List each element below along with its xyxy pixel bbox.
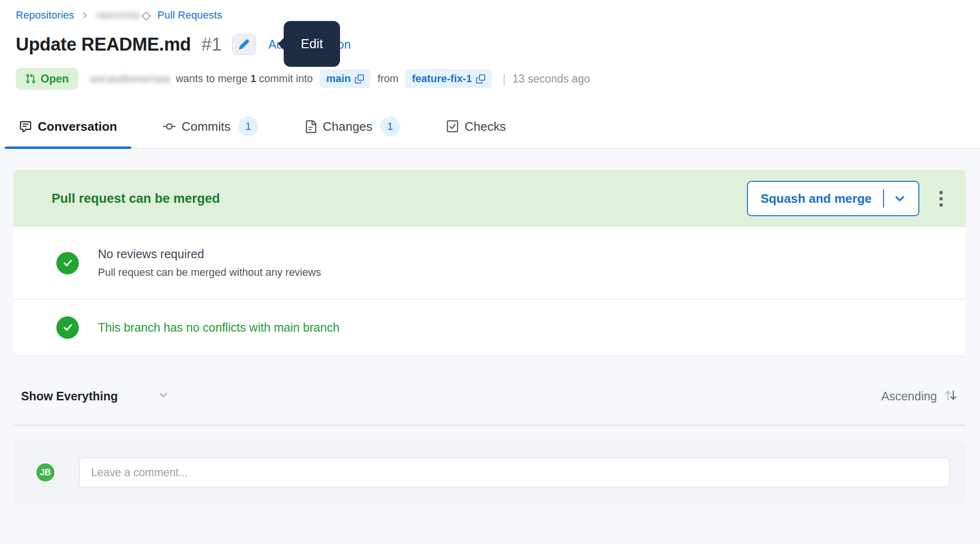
tab-conversation[interactable]: Conversation [5,108,131,148]
pr-conversation-body: Pull request can be merged Squash and me… [0,149,980,544]
check-title: This branch has no conflicts with main b… [98,321,340,335]
meta-divider: | [502,72,506,86]
edit-title-button[interactable] [232,34,256,55]
breadcrumb: Repositories raorcnnio ◇ Pull Requests [0,8,980,23]
check-success-icon [56,316,79,339]
git-commit-icon [163,120,176,133]
git-pull-request-icon [25,73,36,84]
base-branch-label[interactable]: main [320,69,371,88]
pr-tabbar: Conversation Commits 1 Changes 1 [0,108,980,149]
pr-title-row: Update README.md #1 Add description Edit [0,31,980,58]
button-separator [883,189,884,208]
file-icon [304,120,317,133]
merge-options-kebab-menu[interactable] [935,186,948,211]
pull-request-page: Repositories raorcnnio ◇ Pull Requests U… [0,0,980,544]
status-badge: Open [16,68,78,90]
sort-ascending-control[interactable]: Ascending [881,387,958,405]
diamond-icon: ◇ [142,9,150,22]
commit-count: 1 [250,73,256,85]
comment-bubble-icon [19,120,32,133]
copy-icon[interactable] [476,74,485,84]
edit-tooltip: Edit [284,21,340,67]
merge-button-label: Squash and merge [760,191,872,206]
timeline-divider [13,425,966,426]
tab-label: Conversation [38,119,117,134]
tab-commits[interactable]: Commits 1 [149,108,273,148]
comment-input[interactable] [79,458,949,487]
new-comment-card: JB [13,441,966,504]
chevron-down-icon[interactable] [894,192,906,205]
squash-and-merge-button[interactable]: Squash and merge [747,181,919,216]
check-row-reviews: No reviews required Pull request can be … [13,227,966,300]
from-word: from [377,73,398,85]
sort-arrows-icon [943,387,958,405]
merge-sentence-part: wants to merge [176,73,247,85]
tab-label: Changes [323,119,373,134]
redacted-text: raorcnnio [96,9,140,21]
check-success-icon [56,252,79,274]
sort-label: Ascending [881,389,937,403]
chevron-down-icon [157,389,170,403]
breadcrumb-repositories-link[interactable]: Repositories [16,9,74,21]
check-row-conflicts: This branch has no conflicts with main b… [13,300,966,355]
merge-status-card: Pull request can be merged Squash and me… [13,170,966,355]
breadcrumb-pull-requests-link[interactable]: Pull Requests [157,9,222,21]
pr-author-redacted: ascaudomenwa [90,72,170,85]
head-branch-name: feature-fix-1 [412,73,472,85]
show-everything-dropdown[interactable]: Show Everything [21,389,170,403]
head-branch-label[interactable]: feature-fix-1 [405,69,492,88]
base-branch-name: main [326,73,351,85]
kebab-dot [939,191,943,194]
status-badge-label: Open [41,73,69,85]
check-row-text: No reviews required Pull request can be … [98,247,321,279]
merge-sentence-part: commit into [259,73,313,85]
pr-header: Repositories raorcnnio ◇ Pull Requests U… [0,0,980,149]
chevron-right-icon [81,11,89,20]
copy-icon[interactable] [355,74,364,84]
tab-checks[interactable]: Checks [432,108,521,148]
tab-label: Checks [465,119,506,134]
tab-label: Commits [181,119,231,134]
pr-number: #1 [202,34,222,55]
kebab-dot [939,197,943,200]
avatar[interactable]: JB [34,461,56,483]
changes-count-badge: 1 [380,116,400,136]
tab-changes[interactable]: Changes 1 [290,108,415,148]
kebab-dot [939,203,943,207]
commits-count-badge: 1 [238,116,258,136]
breadcrumb-repo-name-redacted[interactable]: raorcnnio ◇ [96,9,150,22]
check-subtitle: Pull request can be merged without any r… [98,266,321,279]
check-title: No reviews required [98,247,321,261]
pencil-icon [238,39,250,50]
pr-title: Update README.md [16,34,191,55]
timeline-controls: Show Everything Ascending [13,383,966,409]
checklist-icon [446,120,459,133]
pr-meta-row: Open ascaudomenwa wants to merge 1 commi… [0,68,980,90]
merge-banner-title: Pull request can be merged [52,191,747,206]
filter-label: Show Everything [21,389,118,403]
pr-timestamp: 13 seconds ago [512,73,590,85]
merge-banner: Pull request can be merged Squash and me… [13,170,966,227]
